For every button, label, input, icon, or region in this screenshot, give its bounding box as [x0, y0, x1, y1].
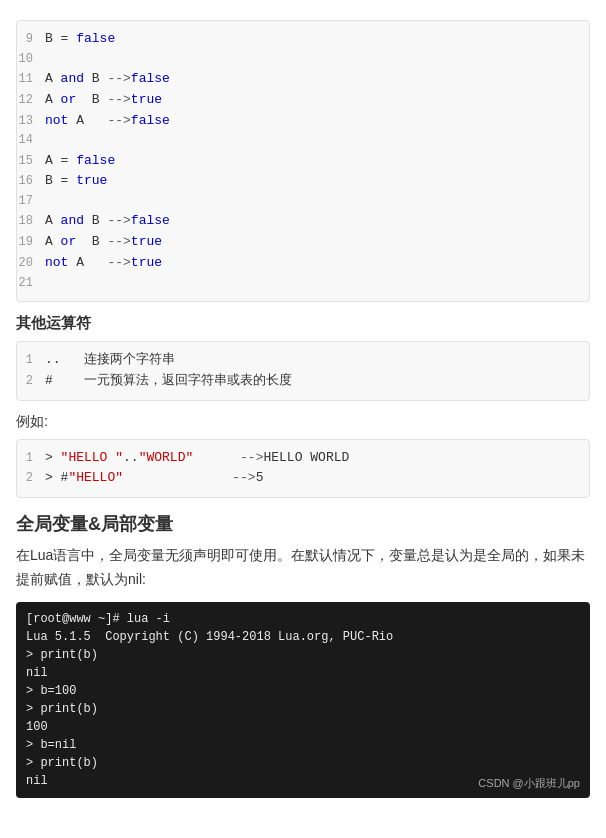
term-line: Lua 5.1.5 Copyright (C) 1994-2018 Lua.or…	[26, 628, 580, 646]
code-line: 20 not A -->true	[17, 253, 589, 274]
code-block-1: 9 B = false 10 11 A and B -->false 12 A …	[16, 20, 590, 302]
term-line: > print(b)	[26, 646, 580, 664]
section-global-title: 全局变量&局部变量	[16, 512, 590, 536]
terminal-block: [root@www ~]# lua -i Lua 5.1.5 Copyright…	[16, 602, 590, 798]
term-line: > print(b)	[26, 700, 580, 718]
global-paragraph: 在Lua语言中，全局变量无须声明即可使用。在默认情况下，变量总是认为是全局的，如…	[16, 544, 590, 592]
code-block-3: 1 > "HELLO ".."WORLD" -->HELLO WORLD 2 >…	[16, 439, 590, 499]
code-line: 14	[17, 131, 589, 150]
term-line: > b=nil	[26, 736, 580, 754]
code-line: 2 > #"HELLO" -->5	[17, 468, 589, 489]
code-line: 11 A and B -->false	[17, 69, 589, 90]
code-line: 16 B = true	[17, 171, 589, 192]
term-line: > b=100	[26, 682, 580, 700]
code-block-2: 1 .. 连接两个字符串 2 # 一元预算法，返回字符串或表的长度	[16, 341, 590, 401]
code-line: 13 not A -->false	[17, 111, 589, 132]
code-line: 21	[17, 274, 589, 293]
term-line: 100	[26, 718, 580, 736]
code-line: 17	[17, 192, 589, 211]
code-line: 1 > "HELLO ".."WORLD" -->HELLO WORLD	[17, 448, 589, 469]
term-line: [root@www ~]# lua -i	[26, 610, 580, 628]
code-line: 1 .. 连接两个字符串	[17, 350, 589, 371]
section-other-ops-title: 其他运算符	[16, 314, 590, 333]
example-label: 例如:	[16, 413, 590, 431]
code-line: 2 # 一元预算法，返回字符串或表的长度	[17, 371, 589, 392]
code-line: 12 A or B -->true	[17, 90, 589, 111]
term-line: nil	[26, 664, 580, 682]
code-line: 19 A or B -->true	[17, 232, 589, 253]
code-line: 15 A = false	[17, 151, 589, 172]
term-line: > print(b)	[26, 754, 580, 772]
code-line: 9 B = false	[17, 29, 589, 50]
csdn-watermark: CSDN @小跟班儿pp	[478, 775, 580, 792]
code-line: 10	[17, 50, 589, 69]
page-container: 9 B = false 10 11 A and B -->false 12 A …	[0, 0, 606, 810]
code-line: 18 A and B -->false	[17, 211, 589, 232]
